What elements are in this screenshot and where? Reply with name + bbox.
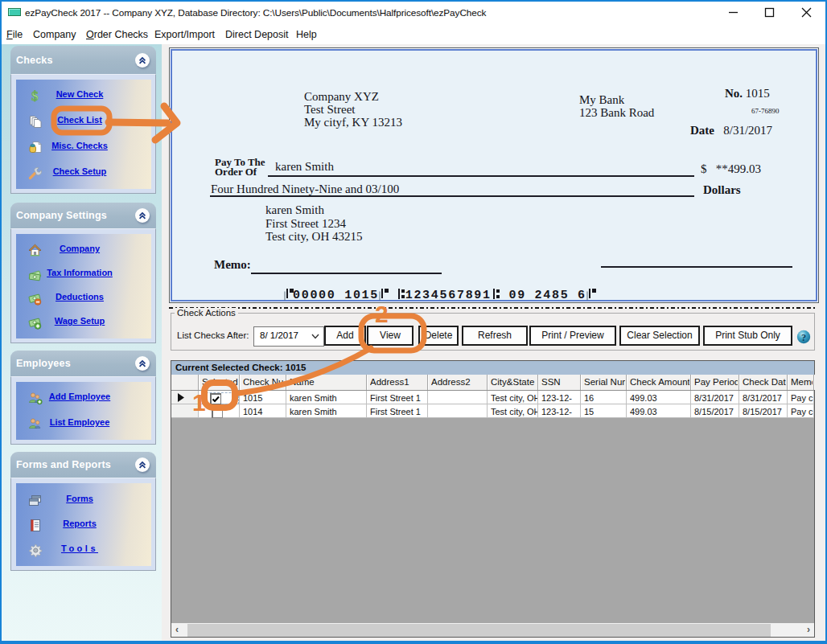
svg-text:$: $	[31, 89, 39, 103]
svg-text:?: ?	[801, 332, 806, 343]
